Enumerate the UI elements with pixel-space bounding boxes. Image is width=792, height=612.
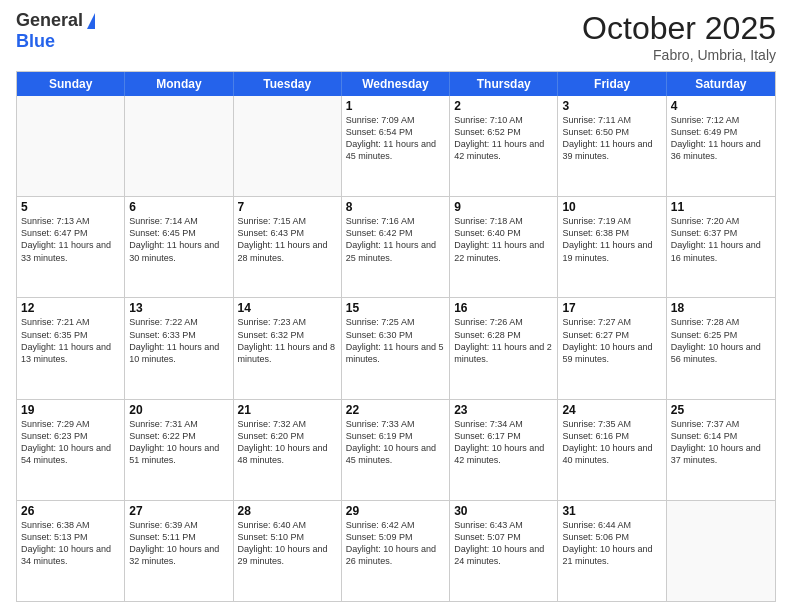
day-number: 24 bbox=[562, 403, 661, 417]
day-cell-1: 1Sunrise: 7:09 AM Sunset: 6:54 PM Daylig… bbox=[342, 96, 450, 196]
day-cell-27: 27Sunrise: 6:39 AM Sunset: 5:11 PM Dayli… bbox=[125, 501, 233, 601]
page: General Blue October 2025 Fabro, Umbria,… bbox=[0, 0, 792, 612]
header-wednesday: Wednesday bbox=[342, 72, 450, 96]
calendar-body: 1Sunrise: 7:09 AM Sunset: 6:54 PM Daylig… bbox=[17, 96, 775, 601]
day-number: 2 bbox=[454, 99, 553, 113]
empty-cell-0-1 bbox=[125, 96, 233, 196]
day-info: Sunrise: 7:34 AM Sunset: 6:17 PM Dayligh… bbox=[454, 418, 553, 467]
logo: General Blue bbox=[16, 10, 95, 52]
week-row-4: 26Sunrise: 6:38 AM Sunset: 5:13 PM Dayli… bbox=[17, 501, 775, 601]
day-number: 17 bbox=[562, 301, 661, 315]
day-cell-29: 29Sunrise: 6:42 AM Sunset: 5:09 PM Dayli… bbox=[342, 501, 450, 601]
day-number: 13 bbox=[129, 301, 228, 315]
day-number: 30 bbox=[454, 504, 553, 518]
day-cell-10: 10Sunrise: 7:19 AM Sunset: 6:38 PM Dayli… bbox=[558, 197, 666, 297]
day-info: Sunrise: 7:29 AM Sunset: 6:23 PM Dayligh… bbox=[21, 418, 120, 467]
day-info: Sunrise: 7:28 AM Sunset: 6:25 PM Dayligh… bbox=[671, 316, 771, 365]
day-info: Sunrise: 6:44 AM Sunset: 5:06 PM Dayligh… bbox=[562, 519, 661, 568]
day-number: 12 bbox=[21, 301, 120, 315]
empty-cell-0-0 bbox=[17, 96, 125, 196]
day-info: Sunrise: 7:33 AM Sunset: 6:19 PM Dayligh… bbox=[346, 418, 445, 467]
day-number: 7 bbox=[238, 200, 337, 214]
day-number: 14 bbox=[238, 301, 337, 315]
day-info: Sunrise: 7:13 AM Sunset: 6:47 PM Dayligh… bbox=[21, 215, 120, 264]
day-info: Sunrise: 7:19 AM Sunset: 6:38 PM Dayligh… bbox=[562, 215, 661, 264]
header-thursday: Thursday bbox=[450, 72, 558, 96]
day-info: Sunrise: 7:18 AM Sunset: 6:40 PM Dayligh… bbox=[454, 215, 553, 264]
day-number: 19 bbox=[21, 403, 120, 417]
calendar: SundayMondayTuesdayWednesdayThursdayFrid… bbox=[16, 71, 776, 602]
day-info: Sunrise: 6:42 AM Sunset: 5:09 PM Dayligh… bbox=[346, 519, 445, 568]
day-info: Sunrise: 7:32 AM Sunset: 6:20 PM Dayligh… bbox=[238, 418, 337, 467]
day-number: 8 bbox=[346, 200, 445, 214]
day-info: Sunrise: 7:16 AM Sunset: 6:42 PM Dayligh… bbox=[346, 215, 445, 264]
day-cell-11: 11Sunrise: 7:20 AM Sunset: 6:37 PM Dayli… bbox=[667, 197, 775, 297]
header-sunday: Sunday bbox=[17, 72, 125, 96]
day-cell-9: 9Sunrise: 7:18 AM Sunset: 6:40 PM Daylig… bbox=[450, 197, 558, 297]
day-info: Sunrise: 7:14 AM Sunset: 6:45 PM Dayligh… bbox=[129, 215, 228, 264]
day-info: Sunrise: 7:23 AM Sunset: 6:32 PM Dayligh… bbox=[238, 316, 337, 365]
header-tuesday: Tuesday bbox=[234, 72, 342, 96]
day-info: Sunrise: 7:22 AM Sunset: 6:33 PM Dayligh… bbox=[129, 316, 228, 365]
week-row-3: 19Sunrise: 7:29 AM Sunset: 6:23 PM Dayli… bbox=[17, 400, 775, 501]
day-cell-26: 26Sunrise: 6:38 AM Sunset: 5:13 PM Dayli… bbox=[17, 501, 125, 601]
day-cell-24: 24Sunrise: 7:35 AM Sunset: 6:16 PM Dayli… bbox=[558, 400, 666, 500]
day-cell-13: 13Sunrise: 7:22 AM Sunset: 6:33 PM Dayli… bbox=[125, 298, 233, 398]
day-cell-16: 16Sunrise: 7:26 AM Sunset: 6:28 PM Dayli… bbox=[450, 298, 558, 398]
day-info: Sunrise: 6:39 AM Sunset: 5:11 PM Dayligh… bbox=[129, 519, 228, 568]
day-cell-3: 3Sunrise: 7:11 AM Sunset: 6:50 PM Daylig… bbox=[558, 96, 666, 196]
header-saturday: Saturday bbox=[667, 72, 775, 96]
day-number: 20 bbox=[129, 403, 228, 417]
day-number: 16 bbox=[454, 301, 553, 315]
day-number: 27 bbox=[129, 504, 228, 518]
day-info: Sunrise: 7:26 AM Sunset: 6:28 PM Dayligh… bbox=[454, 316, 553, 365]
header-friday: Friday bbox=[558, 72, 666, 96]
day-info: Sunrise: 7:12 AM Sunset: 6:49 PM Dayligh… bbox=[671, 114, 771, 163]
day-cell-6: 6Sunrise: 7:14 AM Sunset: 6:45 PM Daylig… bbox=[125, 197, 233, 297]
logo-triangle-icon bbox=[87, 13, 95, 29]
day-cell-18: 18Sunrise: 7:28 AM Sunset: 6:25 PM Dayli… bbox=[667, 298, 775, 398]
day-info: Sunrise: 7:21 AM Sunset: 6:35 PM Dayligh… bbox=[21, 316, 120, 365]
day-cell-14: 14Sunrise: 7:23 AM Sunset: 6:32 PM Dayli… bbox=[234, 298, 342, 398]
day-cell-17: 17Sunrise: 7:27 AM Sunset: 6:27 PM Dayli… bbox=[558, 298, 666, 398]
day-number: 1 bbox=[346, 99, 445, 113]
day-info: Sunrise: 7:20 AM Sunset: 6:37 PM Dayligh… bbox=[671, 215, 771, 264]
day-number: 29 bbox=[346, 504, 445, 518]
week-row-2: 12Sunrise: 7:21 AM Sunset: 6:35 PM Dayli… bbox=[17, 298, 775, 399]
day-cell-4: 4Sunrise: 7:12 AM Sunset: 6:49 PM Daylig… bbox=[667, 96, 775, 196]
day-number: 11 bbox=[671, 200, 771, 214]
day-cell-5: 5Sunrise: 7:13 AM Sunset: 6:47 PM Daylig… bbox=[17, 197, 125, 297]
day-cell-19: 19Sunrise: 7:29 AM Sunset: 6:23 PM Dayli… bbox=[17, 400, 125, 500]
day-number: 3 bbox=[562, 99, 661, 113]
day-info: Sunrise: 7:10 AM Sunset: 6:52 PM Dayligh… bbox=[454, 114, 553, 163]
day-number: 10 bbox=[562, 200, 661, 214]
day-cell-23: 23Sunrise: 7:34 AM Sunset: 6:17 PM Dayli… bbox=[450, 400, 558, 500]
day-number: 26 bbox=[21, 504, 120, 518]
day-cell-28: 28Sunrise: 6:40 AM Sunset: 5:10 PM Dayli… bbox=[234, 501, 342, 601]
day-number: 4 bbox=[671, 99, 771, 113]
day-info: Sunrise: 7:37 AM Sunset: 6:14 PM Dayligh… bbox=[671, 418, 771, 467]
day-cell-15: 15Sunrise: 7:25 AM Sunset: 6:30 PM Dayli… bbox=[342, 298, 450, 398]
location: Fabro, Umbria, Italy bbox=[582, 47, 776, 63]
day-info: Sunrise: 7:25 AM Sunset: 6:30 PM Dayligh… bbox=[346, 316, 445, 365]
day-number: 6 bbox=[129, 200, 228, 214]
day-cell-8: 8Sunrise: 7:16 AM Sunset: 6:42 PM Daylig… bbox=[342, 197, 450, 297]
day-cell-12: 12Sunrise: 7:21 AM Sunset: 6:35 PM Dayli… bbox=[17, 298, 125, 398]
day-info: Sunrise: 7:31 AM Sunset: 6:22 PM Dayligh… bbox=[129, 418, 228, 467]
day-number: 18 bbox=[671, 301, 771, 315]
day-info: Sunrise: 6:40 AM Sunset: 5:10 PM Dayligh… bbox=[238, 519, 337, 568]
day-number: 25 bbox=[671, 403, 771, 417]
calendar-header: SundayMondayTuesdayWednesdayThursdayFrid… bbox=[17, 72, 775, 96]
day-cell-2: 2Sunrise: 7:10 AM Sunset: 6:52 PM Daylig… bbox=[450, 96, 558, 196]
week-row-1: 5Sunrise: 7:13 AM Sunset: 6:47 PM Daylig… bbox=[17, 197, 775, 298]
day-number: 21 bbox=[238, 403, 337, 417]
title-block: October 2025 Fabro, Umbria, Italy bbox=[582, 10, 776, 63]
day-cell-20: 20Sunrise: 7:31 AM Sunset: 6:22 PM Dayli… bbox=[125, 400, 233, 500]
day-info: Sunrise: 7:15 AM Sunset: 6:43 PM Dayligh… bbox=[238, 215, 337, 264]
empty-cell-4-6 bbox=[667, 501, 775, 601]
day-info: Sunrise: 7:35 AM Sunset: 6:16 PM Dayligh… bbox=[562, 418, 661, 467]
day-info: Sunrise: 7:11 AM Sunset: 6:50 PM Dayligh… bbox=[562, 114, 661, 163]
day-cell-21: 21Sunrise: 7:32 AM Sunset: 6:20 PM Dayli… bbox=[234, 400, 342, 500]
day-number: 31 bbox=[562, 504, 661, 518]
day-cell-22: 22Sunrise: 7:33 AM Sunset: 6:19 PM Dayli… bbox=[342, 400, 450, 500]
